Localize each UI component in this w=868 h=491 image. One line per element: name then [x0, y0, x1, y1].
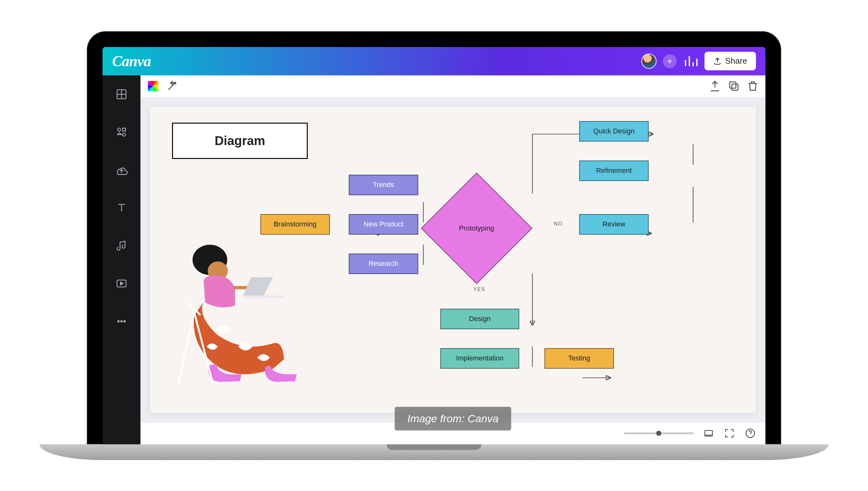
node-design[interactable]: Design [440, 309, 519, 329]
add-button[interactable]: + [663, 54, 677, 68]
design-canvas[interactable]: Diagram Brainstorming Trends New Product… [150, 107, 756, 413]
zoom-slider[interactable] [624, 432, 694, 434]
svg-point-5 [123, 133, 126, 136]
edge-label-yes: YES [473, 287, 485, 292]
work-area: Diagram Brainstorming Trends New Product… [140, 75, 765, 444]
node-implementation[interactable]: Implementation [440, 348, 519, 369]
duplicate-icon[interactable] [728, 80, 740, 92]
sidebar-elements-icon[interactable] [112, 123, 131, 142]
share-button[interactable]: Share [705, 52, 756, 70]
user-avatar[interactable] [641, 54, 656, 69]
node-review[interactable]: Review [579, 214, 649, 235]
node-research[interactable]: Research [349, 254, 418, 274]
fullscreen-icon[interactable] [724, 428, 735, 439]
image-caption: Image from: Canva [395, 407, 511, 430]
app-window: Canva + Share [103, 47, 765, 444]
sidebar-uploads-icon[interactable] [112, 161, 131, 179]
laptop-mockup: Canva + Share [87, 31, 781, 460]
export-icon[interactable] [709, 80, 721, 92]
svg-point-8 [121, 320, 123, 322]
svg-point-3 [117, 128, 120, 131]
sidebar-templates-icon[interactable] [112, 85, 131, 104]
svg-rect-4 [123, 128, 126, 131]
magic-icon[interactable] [166, 80, 178, 92]
app-header: Canva + Share [103, 47, 765, 75]
svg-rect-11 [730, 82, 736, 88]
sidebar-text-icon[interactable] [112, 198, 131, 217]
sidebar-more-icon[interactable] [112, 312, 131, 331]
sidebar-audio-icon[interactable] [112, 236, 131, 255]
share-label: Share [725, 56, 747, 66]
sidebar-video-icon[interactable] [112, 274, 131, 293]
analytics-icon[interactable] [683, 54, 698, 69]
diagram-title-box[interactable]: Diagram [172, 123, 308, 159]
node-quick-design[interactable]: Quick Design [579, 121, 649, 142]
svg-line-27 [178, 312, 194, 384]
node-brainstorming[interactable]: Brainstorming [261, 214, 330, 235]
node-refinement[interactable]: Refinement [579, 161, 649, 181]
bottom-status-bar: Image from: Canva [140, 422, 765, 444]
node-new-product[interactable]: New Product [349, 214, 418, 235]
context-toolbar [140, 75, 765, 97]
grid-view-icon[interactable] [703, 428, 714, 439]
svg-rect-10 [732, 84, 738, 90]
main-area: Diagram Brainstorming Trends New Product… [103, 75, 765, 444]
edge-label-no: NO [554, 221, 563, 227]
svg-point-9 [124, 320, 125, 322]
left-sidebar [103, 75, 140, 444]
app-logo[interactable]: Canva [112, 52, 151, 70]
person-illustration[interactable] [169, 233, 333, 391]
node-testing[interactable]: Testing [544, 348, 614, 369]
node-trends[interactable]: Trends [349, 175, 418, 195]
laptop-base [39, 444, 829, 460]
delete-icon[interactable] [747, 80, 759, 92]
laptop-screen-bezel: Canva + Share [87, 31, 781, 444]
color-picker-icon[interactable] [147, 80, 159, 92]
node-prototyping[interactable]: Prototyping [421, 173, 533, 284]
svg-point-7 [118, 320, 119, 322]
help-icon[interactable] [744, 428, 756, 439]
canvas-wrap: Diagram Brainstorming Trends New Product… [140, 97, 765, 422]
node-prototyping-label: Prototyping [459, 224, 494, 232]
svg-rect-26 [243, 295, 284, 298]
